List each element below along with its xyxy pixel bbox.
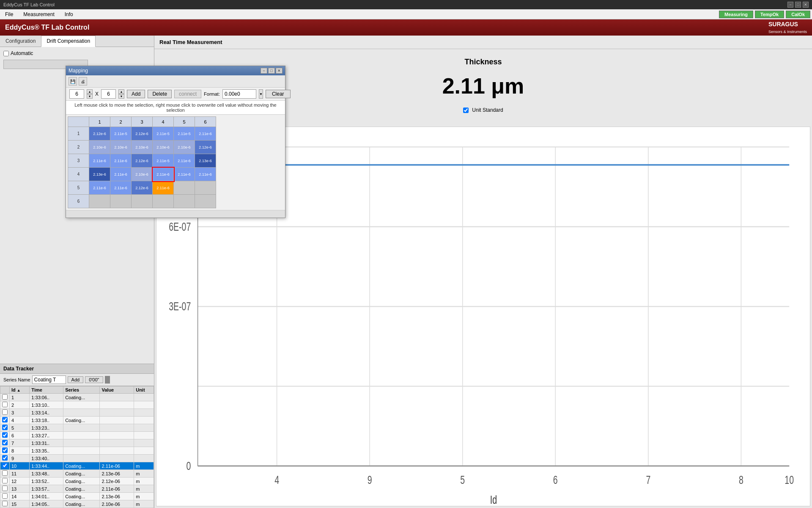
grid-cell[interactable] xyxy=(153,195,174,208)
row-checkbox[interactable] xyxy=(2,440,8,445)
table-row[interactable]: 5 1:33:23.. xyxy=(0,424,154,432)
grid-cell[interactable]: 2.11e-6 xyxy=(153,181,174,195)
row-checkbox[interactable] xyxy=(2,478,8,483)
rows-spin-down[interactable]: ▼ xyxy=(87,94,93,99)
row-checkbox[interactable] xyxy=(2,394,8,400)
row-checkbox[interactable] xyxy=(2,447,8,453)
row-checkbox[interactable] xyxy=(2,417,8,422)
menu-file[interactable]: File xyxy=(2,11,16,18)
grid-cell[interactable]: 2.11e-6 xyxy=(89,154,110,168)
col-series[interactable]: Series xyxy=(63,387,100,394)
rows-spin-up[interactable]: ▲ xyxy=(87,89,93,94)
grid-cell[interactable]: 2.10e-6 xyxy=(132,141,153,154)
table-row[interactable]: 14 1:34:01.. Coating... 2.13e-06 m xyxy=(0,493,154,500)
grid-cell[interactable]: 2.10e-6 xyxy=(174,141,195,154)
rows-spin-input[interactable] xyxy=(69,89,84,99)
table-row[interactable]: 15 1:34:05.. Coating... 2.10e-06 m xyxy=(0,500,154,508)
grid-cell[interactable]: 2.12e-6 xyxy=(132,127,153,141)
row-checkbox-cell[interactable] xyxy=(0,447,10,455)
dialog-scrollbar[interactable] xyxy=(66,210,285,215)
grid-cell[interactable]: 2.11e-5 xyxy=(174,127,195,141)
dialog-maximize-button[interactable]: □ xyxy=(268,68,275,74)
dialog-minimize-button[interactable]: − xyxy=(261,68,267,74)
row-checkbox-cell[interactable] xyxy=(0,462,10,470)
row-checkbox-cell[interactable] xyxy=(0,409,10,417)
row-checkbox-cell[interactable] xyxy=(0,493,10,500)
unit-standard-checkbox[interactable] xyxy=(463,108,469,113)
menu-info[interactable]: Info xyxy=(61,11,77,18)
grid-cell[interactable] xyxy=(195,181,216,195)
row-checkbox-cell[interactable] xyxy=(0,500,10,508)
grid-cell[interactable]: 2.12e-6 xyxy=(132,154,153,168)
grid-cell[interactable] xyxy=(195,195,216,208)
measuring-status-button[interactable]: Measuring xyxy=(719,11,753,18)
row-checkbox-cell[interactable] xyxy=(0,394,10,401)
row-checkbox[interactable] xyxy=(2,493,8,499)
grid-cell[interactable]: 2.11e-6 xyxy=(110,181,132,195)
grid-cell[interactable] xyxy=(89,195,110,208)
grid-cell[interactable]: 2.11e-6 xyxy=(153,168,174,181)
tab-configuration[interactable]: Configuration xyxy=(0,36,41,47)
mapping-delete-button[interactable]: Delete xyxy=(148,90,172,98)
row-checkbox[interactable] xyxy=(2,463,8,468)
grid-cell[interactable]: 2.11e-6 xyxy=(110,154,132,168)
cols-spin-input[interactable] xyxy=(101,89,116,99)
series-name-input[interactable] xyxy=(32,375,66,384)
row-checkbox-cell[interactable] xyxy=(0,432,10,439)
grid-cell[interactable] xyxy=(110,195,132,208)
close-button[interactable]: ✕ xyxy=(803,2,809,8)
grid-cell[interactable]: 2.10e-6 xyxy=(89,141,110,154)
time-button[interactable]: 0'00" xyxy=(85,376,103,383)
grid-cell[interactable]: 2.11e-6 xyxy=(110,168,132,181)
grid-cell[interactable] xyxy=(132,195,153,208)
cols-spin-down[interactable]: ▼ xyxy=(118,94,124,99)
row-checkbox[interactable] xyxy=(2,455,8,461)
grid-cell[interactable]: 2.11e-6 xyxy=(174,154,195,168)
grid-cell[interactable]: 2.11e-5 xyxy=(153,127,174,141)
grid-cell[interactable]: 2.10e-6 xyxy=(153,141,174,154)
save-icon-button[interactable]: 💾 xyxy=(69,77,77,86)
col-unit[interactable]: Unit xyxy=(134,387,154,394)
row-checkbox[interactable] xyxy=(2,432,8,438)
row-checkbox-cell[interactable] xyxy=(0,439,10,447)
col-value[interactable]: Value xyxy=(100,387,134,394)
grid-cell[interactable]: 2.11e-6 xyxy=(89,181,110,195)
calok-status-button[interactable]: CalOk xyxy=(786,11,810,18)
row-checkbox-cell[interactable] xyxy=(0,478,10,485)
add-tracker-button[interactable]: Add xyxy=(68,376,84,383)
grid-cell[interactable]: 2.11e-5 xyxy=(153,154,174,168)
format-dropdown[interactable]: ▼ xyxy=(259,89,263,99)
dialog-close-button[interactable]: ✕ xyxy=(276,68,283,74)
grid-cell[interactable]: 2.13e-6 xyxy=(195,154,216,168)
table-row[interactable]: 7 1:33:31.. xyxy=(0,439,154,447)
menu-measurement[interactable]: Measurement xyxy=(20,11,58,18)
row-checkbox[interactable] xyxy=(2,470,8,476)
minimize-button[interactable]: − xyxy=(787,2,793,8)
maximize-button[interactable]: □ xyxy=(795,2,801,8)
row-checkbox-cell[interactable] xyxy=(0,401,10,409)
grid-cell[interactable] xyxy=(174,195,195,208)
table-row[interactable]: 2 1:33:10.. xyxy=(0,401,154,409)
table-row[interactable]: 10 1:33:44.. Coating... 2.11e-06 m xyxy=(0,462,154,470)
table-row[interactable]: 4 1:33:18.. Coating... xyxy=(0,417,154,424)
grid-cell[interactable]: 2.12e-6 xyxy=(89,127,110,141)
automatic-checkbox[interactable] xyxy=(3,51,9,56)
dialog-resize-handle[interactable] xyxy=(66,215,285,218)
mapping-connect-button[interactable]: connect xyxy=(174,90,201,98)
cols-spin-up[interactable]: ▲ xyxy=(118,89,124,94)
row-checkbox[interactable] xyxy=(2,501,8,506)
format-input[interactable] xyxy=(222,89,256,99)
grid-cell[interactable]: 2.10e-6 xyxy=(132,168,153,181)
row-checkbox[interactable] xyxy=(2,409,8,415)
grid-cell[interactable]: 2.12e-6 xyxy=(132,181,153,195)
table-row[interactable]: 12 1:33:52.. Coating... 2.12e-06 m xyxy=(0,478,154,485)
grid-cell[interactable]: 2.11e-6 xyxy=(195,168,216,181)
row-checkbox-cell[interactable] xyxy=(0,424,10,432)
table-row[interactable]: 11 1:33:48.. Coating... 2.13e-06 m xyxy=(0,470,154,478)
col-time[interactable]: Time xyxy=(30,387,63,394)
table-row[interactable]: 9 1:33:40.. xyxy=(0,455,154,462)
table-row[interactable]: 1 1:33:06.. Coating... xyxy=(0,394,154,401)
table-row[interactable]: 8 1:33:35.. xyxy=(0,447,154,455)
row-checkbox-cell[interactable] xyxy=(0,455,10,462)
grid-cell[interactable]: 2.11e-6 xyxy=(195,127,216,141)
